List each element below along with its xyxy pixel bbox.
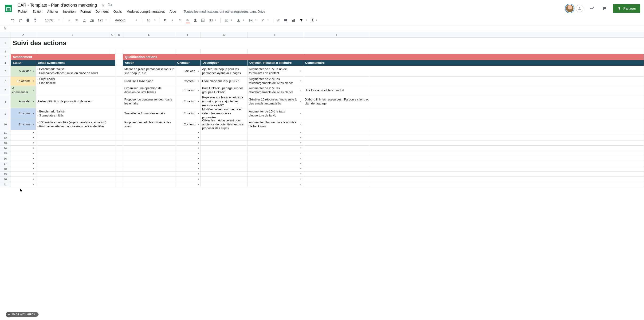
cell[interactable] [201, 166, 248, 171]
cell[interactable] [36, 151, 116, 156]
merge-cells-button[interactable]: ▼ [207, 17, 218, 23]
description-cell[interactable]: Modifier l'objet pour mettre en valeur l… [201, 108, 248, 119]
cell[interactable] [370, 119, 644, 130]
dropdown-arrow-icon[interactable]: ▼ [300, 162, 302, 165]
dropdown-arrow-icon[interactable]: ▼ [198, 136, 199, 139]
chantier-cell[interactable]: ▼ [175, 182, 201, 187]
dropdown-arrow-icon[interactable]: ▼ [33, 112, 34, 115]
cell[interactable] [303, 166, 370, 171]
row-header-12[interactable]: 12 [0, 135, 11, 140]
row-header-13[interactable]: 13 [0, 140, 11, 146]
cell[interactable] [36, 161, 116, 166]
dropdown-arrow-icon[interactable]: ▼ [33, 142, 34, 144]
dropdown-arrow-icon[interactable]: ▼ [300, 157, 302, 160]
cell[interactable] [36, 177, 116, 182]
status-cell[interactable]: ▼ [11, 130, 36, 135]
cell[interactable] [123, 172, 175, 176]
action-cell[interactable]: Proposer des articles invités à des site… [123, 119, 175, 130]
status-cell[interactable]: En cours▼ [11, 108, 36, 119]
cell[interactable] [370, 86, 644, 95]
cell[interactable] [116, 77, 123, 86]
cell[interactable] [201, 151, 248, 156]
comments-icon[interactable] [600, 4, 609, 13]
row-header-5[interactable]: 5 [0, 66, 11, 77]
status-cell[interactable]: ▼ [11, 166, 36, 171]
description-cell[interactable]: Cibler les médias ayant pour audience de… [201, 119, 248, 130]
cell[interactable] [370, 140, 644, 145]
menu-aide[interactable]: Aide [168, 9, 178, 14]
horizontal-align-button[interactable]: ▼ [222, 17, 234, 23]
strikethrough-button[interactable]: S [177, 17, 184, 24]
section-qualification[interactable]: Qualification actions [123, 54, 644, 60]
dropdown-arrow-icon[interactable]: ▼ [198, 178, 199, 180]
cell[interactable] [370, 95, 644, 108]
percent-button[interactable]: % [73, 17, 80, 24]
borders-button[interactable] [199, 17, 206, 24]
status-cell[interactable]: ▼ [11, 146, 36, 151]
cell[interactable] [370, 135, 644, 140]
cell[interactable] [303, 177, 370, 182]
cell[interactable] [116, 177, 123, 182]
objectif-cell[interactable]: ▼ [248, 161, 303, 166]
objectif-cell[interactable]: ▼ [248, 151, 303, 156]
row-header-15[interactable]: 15 [0, 151, 11, 156]
chantier-cell[interactable]: Emailing▼ [175, 86, 201, 95]
cell[interactable] [370, 151, 644, 156]
chantier-cell[interactable]: ▼ [175, 135, 201, 140]
row-header-20[interactable]: 20 [0, 177, 11, 182]
cell[interactable] [123, 140, 175, 145]
cell[interactable] [109, 49, 116, 54]
cell[interactable] [303, 161, 370, 166]
insert-chart-button[interactable] [290, 17, 297, 24]
cell[interactable] [36, 166, 116, 171]
cell[interactable] [303, 146, 370, 151]
objectif-cell[interactable]: ▼ [248, 156, 303, 161]
dropdown-arrow-icon[interactable]: ▼ [300, 131, 302, 134]
row-header-19[interactable]: 19 [0, 172, 11, 177]
dropdown-arrow-icon[interactable]: ▼ [198, 80, 199, 82]
cell[interactable] [370, 161, 644, 166]
cell[interactable] [175, 49, 201, 54]
dropdown-arrow-icon[interactable]: ▼ [198, 162, 199, 165]
objectif-cell[interactable]: ▼ [248, 177, 303, 182]
cell[interactable] [303, 130, 370, 135]
status-cell[interactable]: ▼ [11, 161, 36, 166]
chantier-cell[interactable]: ▼ [175, 177, 201, 182]
cell[interactable] [370, 182, 644, 187]
cell[interactable] [303, 151, 370, 156]
print-icon[interactable] [24, 17, 32, 24]
dropdown-arrow-icon[interactable]: ▼ [300, 100, 302, 103]
cell[interactable] [370, 156, 644, 161]
dropdown-arrow-icon[interactable]: ▼ [33, 168, 34, 170]
menu-fichier[interactable]: Fichier [16, 9, 30, 14]
col-header-rest[interactable] [370, 32, 644, 38]
cell[interactable] [11, 49, 36, 54]
status-cell[interactable]: ▼ [11, 177, 36, 182]
row-header-21[interactable]: 21 [0, 182, 11, 187]
chantier-cell[interactable]: ▼ [175, 140, 201, 145]
status-cell[interactable]: ▼ [11, 135, 36, 140]
chantier-cell[interactable]: ▼ [175, 161, 201, 166]
objectif-cell[interactable]: Générer 10 réponses / mois suite à des e… [248, 95, 303, 108]
cell[interactable] [123, 156, 175, 161]
objectif-cell[interactable]: ▼ [248, 172, 303, 176]
detail-cell[interactable]: - Benchmark réalisé - 3 templates initié… [36, 108, 116, 119]
chantier-cell[interactable]: ▼ [175, 172, 201, 176]
row-header-1[interactable]: 1 [0, 38, 11, 49]
filter-button[interactable]: ▼ [297, 17, 309, 23]
action-cell[interactable]: Mettre en place personnalisation sur sit… [123, 66, 175, 77]
undo-icon[interactable] [10, 17, 16, 24]
cell[interactable] [116, 108, 123, 119]
objectif-cell[interactable]: ▼ [248, 135, 303, 140]
commentaire-cell[interactable] [303, 108, 370, 119]
objectif-cell[interactable]: Augmenter chaque mois le nombre de backl… [248, 119, 303, 130]
dropdown-arrow-icon[interactable]: ▼ [33, 70, 34, 72]
header-statut[interactable]: Statut [11, 60, 36, 66]
cell[interactable] [116, 135, 123, 140]
cell[interactable] [123, 182, 175, 187]
chantier-cell[interactable]: Emailing▼ [175, 95, 201, 108]
objectif-cell[interactable]: ▼ [248, 130, 303, 135]
cell[interactable] [370, 146, 644, 151]
cell[interactable] [116, 95, 123, 108]
status-cell[interactable]: En cours▼ [11, 119, 36, 130]
